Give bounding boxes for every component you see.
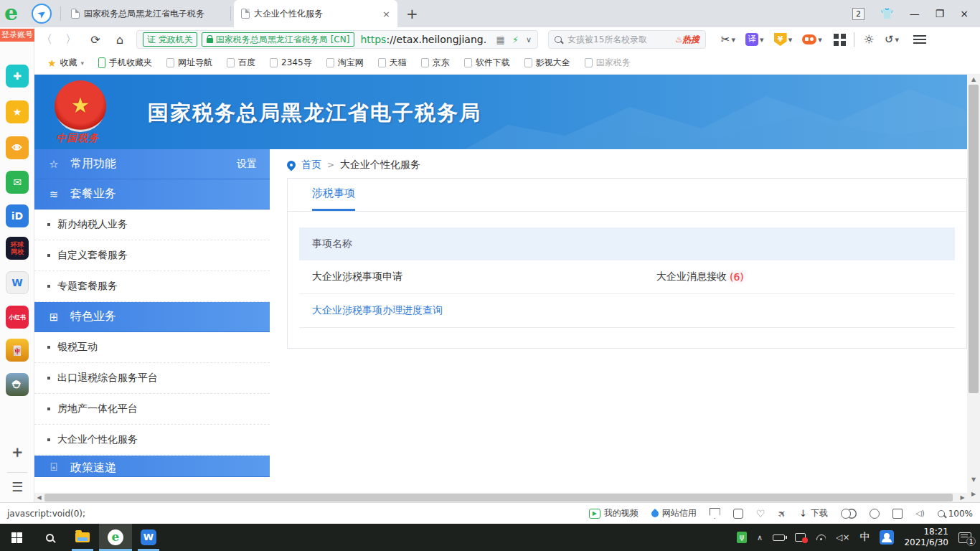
back-button[interactable]: 〈 <box>34 32 59 47</box>
wallet-shield-button[interactable]: ¥▾ <box>771 33 796 46</box>
brightness-button[interactable]: ☼ <box>860 32 878 47</box>
apps-grid-button[interactable] <box>829 34 848 46</box>
nav-item-topic-package[interactable]: 专题套餐服务 <box>34 271 270 302</box>
nav-section-package-business[interactable]: ≋ 套餐业务 <box>34 179 270 209</box>
speed-mode-icon[interactable]: ⚡ <box>512 34 519 45</box>
bookmark-taobao[interactable]: 淘宝网 <box>321 57 369 69</box>
breadcrumb-home-link[interactable]: 首页 <box>301 159 321 171</box>
nav-item-large-enterprise[interactable]: 大企业个性化服务 <box>34 425 270 456</box>
split-window-button[interactable] <box>892 509 903 519</box>
reader-glasses-button[interactable] <box>841 509 857 519</box>
id-app-icon[interactable]: iD <box>6 204 29 227</box>
hidden-icons-chevron[interactable]: ∧ <box>757 533 763 542</box>
bookmark-baidu[interactable]: 百度 <box>221 57 261 69</box>
boost-button[interactable]: ✈ <box>778 508 786 519</box>
global-school-app-icon[interactable]: 环球 网校 <box>6 237 29 260</box>
nav-item-bank-tax[interactable]: 银税互动 <box>34 332 270 363</box>
download-button[interactable]: ↓下载 <box>799 507 828 519</box>
screenshot-button[interactable]: ✂▾ <box>717 33 739 46</box>
new-tab-button[interactable]: + <box>406 5 418 22</box>
login-account-badge[interactable]: 登录账号 <box>0 29 34 42</box>
search-input[interactable]: 女孩被15所名校录取 ♨热搜 <box>548 30 706 49</box>
usb-device-icon[interactable]: ψ <box>737 532 747 543</box>
hot-search-button[interactable]: ♨热搜 <box>674 34 699 46</box>
mute-page-button[interactable]: ◁) <box>915 509 925 518</box>
my-video-button[interactable]: ▶我的视频 <box>589 507 639 519</box>
bookmark-jd[interactable]: 京东 <box>415 57 456 69</box>
health-mode-button[interactable]: ♡ <box>756 508 765 519</box>
favorites-star-app-icon[interactable]: ★ <box>6 100 29 123</box>
start-button[interactable] <box>0 524 33 551</box>
bookmark-software[interactable]: 软件下载 <box>458 57 516 69</box>
horizontal-scrollbar[interactable]: ◀ ▶ <box>34 493 967 502</box>
wps-button[interactable]: W <box>132 524 165 551</box>
menu-button[interactable] <box>905 35 934 44</box>
qr-code-icon[interactable]: ▦ <box>496 34 505 45</box>
nav-item-realestate-platform[interactable]: 房地产一体化平台 <box>34 394 270 425</box>
browser-360-button[interactable]: e <box>99 524 132 551</box>
scroll-left-arrow[interactable]: ◀ <box>34 493 44 502</box>
scroll-right-arrow[interactable]: ▶ <box>958 493 967 502</box>
tab-count-badge[interactable]: 2 <box>852 8 864 20</box>
xiaohongshu-app-icon[interactable]: 小红书 <box>6 306 29 329</box>
volume-muted-icon[interactable]: ◁× <box>836 532 849 542</box>
item-large-enterprise-application[interactable]: 大企业涉税事项申请 <box>312 270 656 283</box>
game-battle-app-icon[interactable]: ⛑ <box>6 373 29 396</box>
notification-center-icon[interactable]: 1 <box>958 532 971 543</box>
scroll-corner-arrow[interactable]: ▶ <box>967 491 980 497</box>
bookmark-site-nav[interactable]: 网址导航 <box>161 57 218 69</box>
bookmark-tmall[interactable]: 天猫 <box>372 57 413 69</box>
nav-settings-link[interactable]: 设置 <box>237 158 257 171</box>
tab-large-enterprise-service[interactable]: 大企业个性化服务 × <box>234 0 397 27</box>
chevron-down-icon[interactable]: ∨ <box>526 35 532 44</box>
address-bar[interactable]: 证 党政机关 国家税务总局黑龙江省税务局 [CN] https://etax.h… <box>136 30 538 49</box>
site-credit-button[interactable]: 网站信用 <box>651 507 697 519</box>
tab-tax-bureau-home[interactable]: 国家税务总局黑龙江省电子税务 <box>64 0 227 27</box>
ime-language-indicator[interactable]: 中 <box>859 531 870 544</box>
tab-close-icon[interactable]: × <box>382 9 390 19</box>
mail-app-icon[interactable]: ✉ <box>6 171 29 194</box>
tab-tax-matters[interactable]: 涉税事项 <box>312 187 355 211</box>
home-button[interactable]: ⌂ <box>108 33 132 47</box>
vertical-scrollbar[interactable]: ▲ ▼ ▶ <box>967 75 980 502</box>
bookmark-tax[interactable]: 国家税务 <box>579 57 636 69</box>
nav-section-common-functions[interactable]: ☆ 常用功能 设置 <box>34 149 270 179</box>
file-explorer-button[interactable] <box>66 524 99 551</box>
scroll-down-arrow[interactable]: ▼ <box>967 476 980 483</box>
scrollbar-thumb[interactable] <box>969 85 979 393</box>
theme-skin-icon[interactable]: 👕 <box>880 7 894 20</box>
refresh-button[interactable]: ⟳ <box>83 33 108 47</box>
minimize-button[interactable]: — <box>910 8 920 19</box>
restore-button[interactable]: ❐ <box>936 8 945 19</box>
nav-item-new-taxpayer[interactable]: 新办纳税人业务 <box>34 209 270 240</box>
game-cross-app-icon[interactable]: ✚ <box>6 65 29 88</box>
gov-cert-badge[interactable]: 证 党政机关 <box>143 32 197 47</box>
translate-button[interactable]: 译▾ <box>742 33 768 46</box>
bookmark-mobile-favorites[interactable]: 手机收藏夹 <box>93 57 158 69</box>
wifi-icon[interactable] <box>816 534 826 540</box>
page-zoom-control[interactable]: 100% <box>938 509 973 519</box>
security-shield-button[interactable] <box>710 508 720 519</box>
battery-icon[interactable] <box>773 534 785 541</box>
app-list-button[interactable]: ☰ <box>6 475 29 498</box>
item-progress-query-link[interactable]: 大企业涉税事项办理进度查询 <box>312 304 656 317</box>
nav-compass-icon[interactable]: ➤ <box>32 4 52 24</box>
bookmark-2345[interactable]: 2345导 <box>264 57 318 69</box>
nav-item-export-rebate[interactable]: 出口退税综合服务平台 <box>34 363 270 394</box>
bookmark-favorites[interactable]: ★收藏▾ <box>42 57 90 69</box>
nav-item-custom-package[interactable]: 自定义套餐服务 <box>34 240 270 271</box>
undo-closed-tab-button[interactable]: ↺▾ <box>881 33 903 46</box>
game-fortune-app-icon[interactable]: 🀄 <box>6 339 29 362</box>
game-center-button[interactable]: ▾ <box>798 34 826 44</box>
scroll-up-arrow[interactable]: ▲ <box>967 76 980 83</box>
item-large-enterprise-messages[interactable]: 大企业消息接收 <box>656 270 727 283</box>
forward-button[interactable]: 〉 <box>59 32 83 47</box>
url-text[interactable]: https://etax.heilongjiang. <box>360 34 486 45</box>
image-mode-button[interactable] <box>733 509 743 519</box>
qq-contact-icon[interactable] <box>880 530 894 545</box>
weibo-app-icon[interactable]: 👁 <box>6 136 29 159</box>
screen-record-icon[interactable] <box>795 533 806 542</box>
taskbar-clock[interactable]: 18:21 2021/6/30 <box>904 527 948 548</box>
nav-section-special-business[interactable]: ⊞ 特色业务 <box>34 302 270 332</box>
close-button[interactable]: × <box>960 8 969 19</box>
